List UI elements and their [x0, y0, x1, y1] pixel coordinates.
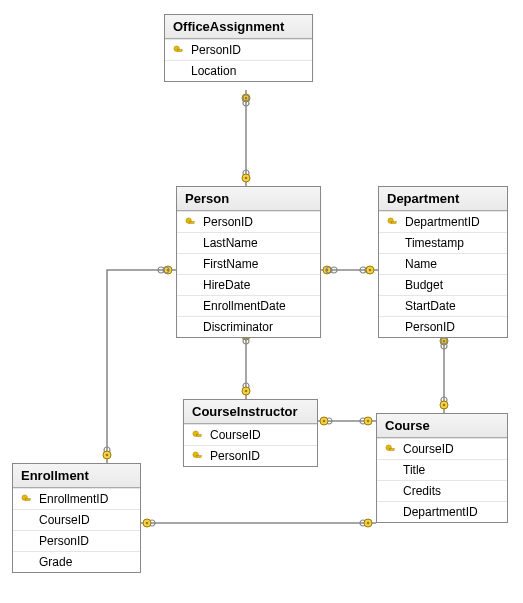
- svg-rect-11: [177, 49, 182, 51]
- column-personid: PersonID: [184, 445, 317, 466]
- table-person[interactable]: Person PersonID LastName FirstName HireD…: [176, 186, 321, 338]
- column-enrollmentid: EnrollmentID: [13, 488, 140, 509]
- column-firstname: FirstName: [177, 253, 320, 274]
- column-budget: Budget: [379, 274, 507, 295]
- key-icon: [186, 451, 208, 462]
- svg-rect-23: [25, 498, 30, 500]
- column-hiredate: HireDate: [177, 274, 320, 295]
- column-enrollmentdate: EnrollmentDate: [177, 295, 320, 316]
- svg-rect-13: [189, 221, 194, 223]
- column-personid: PersonID: [165, 39, 312, 60]
- column-location: Location: [165, 60, 312, 81]
- table-officeassignment[interactable]: OfficeAssignment PersonID Location: [164, 14, 313, 82]
- column-departmentid: DepartmentID: [379, 211, 507, 232]
- key-icon: [15, 494, 37, 505]
- key-icon: [379, 444, 401, 455]
- svg-rect-19: [196, 455, 201, 457]
- column-grade: Grade: [13, 551, 140, 572]
- svg-rect-17: [196, 434, 201, 436]
- table-enrollment[interactable]: Enrollment EnrollmentID CourseID PersonI…: [12, 463, 141, 573]
- column-discriminator: Discriminator: [177, 316, 320, 337]
- table-title: CourseInstructor: [184, 400, 317, 424]
- key-icon: [179, 217, 201, 228]
- column-credits: Credits: [377, 480, 507, 501]
- column-courseid: CourseID: [13, 509, 140, 530]
- column-personid: PersonID: [379, 316, 507, 337]
- column-name: Name: [379, 253, 507, 274]
- key-icon: [167, 45, 189, 56]
- svg-rect-15: [391, 221, 396, 223]
- table-title: Department: [379, 187, 507, 211]
- table-title: Course: [377, 414, 507, 438]
- column-startdate: StartDate: [379, 295, 507, 316]
- table-title: OfficeAssignment: [165, 15, 312, 39]
- svg-rect-21: [389, 448, 394, 450]
- column-departmentid: DepartmentID: [377, 501, 507, 522]
- table-course[interactable]: Course CourseID Title Credits Department…: [376, 413, 508, 523]
- table-department[interactable]: Department DepartmentID Timestamp Name B…: [378, 186, 508, 338]
- table-courseinstructor[interactable]: CourseInstructor CourseID PersonID: [183, 399, 318, 467]
- column-courseid: CourseID: [184, 424, 317, 445]
- column-title: Title: [377, 459, 507, 480]
- key-icon: [186, 430, 208, 441]
- table-title: Enrollment: [13, 464, 140, 488]
- column-timestamp: Timestamp: [379, 232, 507, 253]
- column-lastname: LastName: [177, 232, 320, 253]
- column-personid: PersonID: [177, 211, 320, 232]
- column-personid: PersonID: [13, 530, 140, 551]
- table-title: Person: [177, 187, 320, 211]
- column-courseid: CourseID: [377, 438, 507, 459]
- key-icon: [381, 217, 403, 228]
